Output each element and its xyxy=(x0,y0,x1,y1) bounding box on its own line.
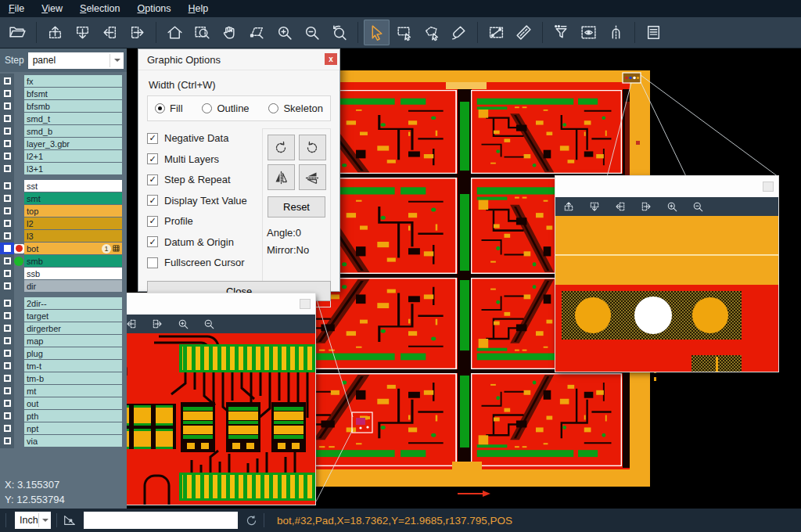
layer-name-bar[interactable]: layer_3.gbr xyxy=(24,138,122,149)
zoom-home-button[interactable] xyxy=(162,20,188,45)
reset-button[interactable]: Reset xyxy=(268,196,325,217)
layer-name-bar[interactable]: out xyxy=(24,397,122,409)
layer-visibility-checkbox[interactable] xyxy=(0,243,14,254)
layer-name-bar[interactable]: npt xyxy=(24,422,122,434)
clean-screen-button[interactable] xyxy=(446,20,472,45)
layer-name-bar[interactable]: tm-t xyxy=(24,360,122,372)
layer-visibility-checkbox[interactable] xyxy=(0,125,14,137)
layer-name-bar[interactable]: bfsmt xyxy=(24,88,122,99)
layer-visibility-checkbox[interactable] xyxy=(0,397,14,409)
angle-measure-icon[interactable] xyxy=(63,513,77,527)
layer-visibility-checkbox[interactable] xyxy=(0,100,14,112)
menu-help[interactable]: Help xyxy=(180,0,217,17)
magnifier-pan-up-button[interactable] xyxy=(559,199,578,214)
zoom-window-button[interactable] xyxy=(189,20,215,45)
magnifier-2-window-button[interactable] xyxy=(763,182,774,192)
rotate-cw-button[interactable] xyxy=(268,135,295,160)
layer-visibility-checkbox[interactable] xyxy=(0,150,14,162)
zoom-out-button[interactable] xyxy=(299,20,325,45)
layer-name-bar[interactable]: top xyxy=(24,205,122,217)
layer-row-ssb[interactable]: ssb xyxy=(0,268,122,279)
layer-name-bar[interactable]: fx xyxy=(24,75,122,87)
layer-visibility-checkbox[interactable] xyxy=(0,138,14,149)
highlight-net-button[interactable] xyxy=(603,20,629,45)
layer-row-smd_t[interactable]: smd_t xyxy=(0,113,122,124)
layer-name-bar[interactable]: sst xyxy=(24,180,122,192)
magnifier-zoom-in-button[interactable] xyxy=(663,199,681,214)
pan-right-button[interactable] xyxy=(124,20,150,45)
width-option-outline[interactable]: Outline xyxy=(202,102,249,114)
magnifier-zoom-in-button[interactable] xyxy=(174,316,192,332)
layer-row-bfsmb[interactable]: bfsmb xyxy=(0,100,122,112)
unit-select[interactable]: Inch xyxy=(15,512,51,529)
menu-view[interactable]: View xyxy=(33,0,71,17)
magnifier-pan-right-button[interactable] xyxy=(148,316,167,332)
magnifier-1-window-button[interactable] xyxy=(300,299,311,309)
layer-name-bar[interactable]: via xyxy=(24,435,122,447)
layer-visibility-checkbox[interactable] xyxy=(0,347,14,359)
graphic-options-dialog[interactable]: Graphic Options x Width (Ctrl+W) FillOut… xyxy=(138,49,340,292)
layer-row-npt[interactable]: npt xyxy=(0,422,122,434)
toggle-profile[interactable]: ✓Profile xyxy=(147,215,257,227)
pan-up-button[interactable] xyxy=(42,20,68,45)
width-option-fill[interactable]: Fill xyxy=(155,102,183,114)
layer-row-l2+1[interactable]: l2+1 xyxy=(0,150,122,162)
layer-visibility-checkbox[interactable] xyxy=(0,113,14,124)
layer-visibility-checkbox[interactable] xyxy=(0,217,14,229)
layer-visibility-checkbox[interactable] xyxy=(0,335,14,347)
layer-row-l3+1[interactable]: l3+1 xyxy=(0,163,122,174)
layer-name-bar[interactable]: ssb xyxy=(24,268,122,279)
layer-visibility-checkbox[interactable] xyxy=(0,192,14,204)
layer-row-map[interactable]: map xyxy=(0,335,122,347)
toggle-negative-data[interactable]: ✓Negative Data xyxy=(147,132,257,144)
layer-visibility-checkbox[interactable] xyxy=(0,163,14,174)
zoom-in-button[interactable] xyxy=(271,20,297,45)
magnifier-pan-left-button[interactable] xyxy=(611,199,630,214)
toggle-datum-origin[interactable]: ✓Datum & Origin xyxy=(147,236,257,248)
dialog-titlebar[interactable]: Graphic Options x xyxy=(138,49,339,70)
layer-row-l3[interactable]: l3 xyxy=(0,230,122,242)
pan-hand-button[interactable] xyxy=(217,20,242,45)
magnifier-zoom-out-button[interactable] xyxy=(199,316,218,332)
layer-row-tm-t[interactable]: tm-t xyxy=(0,360,122,372)
refresh-icon[interactable] xyxy=(245,514,258,527)
layer-visibility-checkbox[interactable] xyxy=(0,180,14,192)
command-input[interactable] xyxy=(84,512,238,529)
layer-row-fx[interactable]: fx xyxy=(0,75,122,87)
zoom-previous-button[interactable] xyxy=(326,20,352,45)
layer-row-target[interactable]: target xyxy=(0,310,122,322)
layer-visibility-checkbox[interactable] xyxy=(0,255,14,267)
layer-name-bar[interactable]: l2+1 xyxy=(24,150,122,162)
layer-visibility-checkbox[interactable] xyxy=(0,75,14,87)
layer-visibility-checkbox[interactable] xyxy=(0,372,14,384)
mirror-vertical-button[interactable] xyxy=(299,164,326,190)
menu-file[interactable]: File xyxy=(0,0,33,17)
layer-row-dir[interactable]: dir xyxy=(0,280,122,292)
layer-row-via[interactable]: via xyxy=(0,435,122,447)
select-poly-button[interactable] xyxy=(418,20,444,45)
filter-button[interactable] xyxy=(548,20,574,45)
magnifier-window-2[interactable] xyxy=(555,176,778,372)
measure-ruler-button[interactable] xyxy=(511,20,537,45)
magnifier-pan-right-button[interactable] xyxy=(637,199,656,214)
magnifier-2-titlebar[interactable] xyxy=(555,176,778,197)
toggle-multi-layers[interactable]: ✓Multi Layers xyxy=(147,153,257,165)
layer-name-bar[interactable]: 2dir-- xyxy=(24,297,122,309)
layer-name-bar[interactable]: map xyxy=(24,335,122,347)
layer-row-tm-b[interactable]: tm-b xyxy=(0,372,122,384)
mirror-horizontal-button[interactable] xyxy=(268,164,295,190)
pan-down-button[interactable] xyxy=(70,20,95,45)
layer-name-bar[interactable]: l3 xyxy=(24,230,122,242)
layer-visibility-checkbox[interactable] xyxy=(0,205,14,217)
layer-visibility-checkbox[interactable] xyxy=(0,310,14,322)
layer-visibility-checkbox[interactable] xyxy=(0,322,14,334)
step-select[interactable]: panel xyxy=(28,52,124,69)
layer-row-l2[interactable]: l2 xyxy=(0,217,122,229)
layer-name-bar[interactable]: bot1 xyxy=(24,243,122,254)
layer-row-mt[interactable]: mt xyxy=(0,385,122,397)
layer-row-pth[interactable]: pth xyxy=(0,410,122,422)
display-options-button[interactable] xyxy=(576,20,602,45)
layer-row-layer_3.gbr[interactable]: layer_3.gbr xyxy=(0,138,122,149)
layer-name-bar[interactable]: dir xyxy=(24,280,122,292)
measure-point-button[interactable] xyxy=(483,20,509,45)
